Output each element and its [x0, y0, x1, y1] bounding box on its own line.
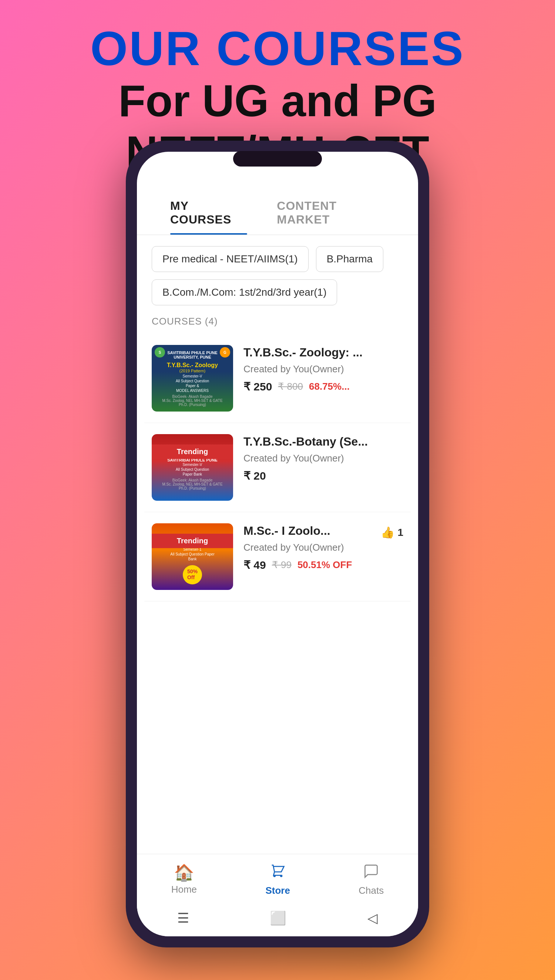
- course-pricing-2: ₹ 20: [244, 469, 403, 482]
- android-back-btn[interactable]: ◁: [367, 910, 378, 926]
- phone-screen: MY COURSES CONTENT MARKET Pre medical - …: [137, 152, 418, 936]
- price-original-3: ₹ 99: [272, 559, 292, 571]
- trending-banner-2: Trending: [152, 444, 233, 459]
- phone-frame: MY COURSES CONTENT MARKET Pre medical - …: [126, 141, 429, 948]
- course-item-3[interactable]: Trending 2024-25 Semeser-1All Subject Qu…: [144, 512, 411, 601]
- course-list: S G SAVITRIBAI PHULE PUNEUNIVERSITY, PUN…: [137, 334, 418, 854]
- course-pricing-3: ₹ 49 ₹ 99 50.51% OFF: [244, 558, 403, 571]
- nav-label-home: Home: [171, 884, 197, 895]
- course-pricing-1: ₹ 250 ₹ 800 68.75%...: [244, 380, 403, 393]
- course-title-3: M.Sc.- I Zoolo...: [244, 523, 330, 539]
- trending-banner-3: Trending: [152, 534, 233, 548]
- chip-bcom[interactable]: B.Com./M.Com: 1st/2nd/3rd year(1): [152, 279, 337, 305]
- course-creator-2: Created by You(Owner): [244, 452, 403, 464]
- chat-icon: [363, 863, 379, 882]
- course-info-1: T.Y.B.Sc.- Zoology: ... Created by You(O…: [244, 345, 403, 393]
- nav-item-chats[interactable]: Chats: [359, 863, 384, 897]
- screen-content: MY COURSES CONTENT MARKET Pre medical - …: [137, 152, 418, 936]
- store-icon: [270, 863, 286, 882]
- logo-left-1: S: [155, 347, 165, 358]
- logo-right-1: G: [220, 347, 230, 358]
- price-current-3: ₹ 49: [244, 558, 266, 571]
- price-original-1: ₹ 800: [278, 381, 303, 392]
- chip-pre-medical[interactable]: Pre medical - NEET/AIIMS(1): [152, 246, 309, 272]
- price-discount-1: 68.75%...: [309, 381, 350, 392]
- course-title-1: T.Y.B.Sc.- Zoology: ...: [244, 345, 403, 361]
- thumb-50off: 50%Off: [183, 565, 202, 584]
- nav-label-chats: Chats: [359, 885, 384, 897]
- chip-bpharma[interactable]: B.Pharma: [316, 246, 384, 272]
- thumb-bg-3: Trending 2024-25 Semeser-1All Subject Qu…: [152, 523, 233, 590]
- price-current-1: ₹ 250: [244, 380, 272, 393]
- home-icon: 🏠: [174, 865, 194, 881]
- course-thumb-2: Trending SAVITRIBAI PHULE PUNE Semester-…: [152, 434, 233, 501]
- filter-chips: Pre medical - NEET/AIIMS(1) B.Pharma B.C…: [137, 235, 418, 305]
- course-thumb-3: Trending 2024-25 Semeser-1All Subject Qu…: [152, 523, 233, 590]
- tab-my-courses[interactable]: MY COURSES: [156, 189, 262, 235]
- likes-count-3: 1: [397, 527, 403, 539]
- course-thumb-1: S G SAVITRIBAI PHULE PUNEUNIVERSITY, PUN…: [152, 345, 233, 412]
- thumb-up-icon: 👍: [381, 526, 395, 539]
- thumb-bg-2: Trending SAVITRIBAI PHULE PUNE Semester-…: [152, 434, 233, 501]
- course-item-1[interactable]: S G SAVITRIBAI PHULE PUNEUNIVERSITY, PUN…: [144, 334, 411, 423]
- android-nav: ☰ ⬜ ◁: [137, 903, 418, 936]
- price-discount-3: 50.51% OFF: [297, 559, 352, 571]
- thumb-title-1: T.Y.B.Sc.- Zoology: [164, 359, 221, 369]
- phone-notch: [233, 151, 322, 167]
- course-info-3: M.Sc.- I Zoolo... 👍 1 Created by You(Own…: [244, 523, 403, 571]
- likes-badge-3: 👍 1: [381, 526, 403, 539]
- course-info-2: T.Y.B.Sc.-Botany (Se... Created by You(O…: [244, 434, 403, 482]
- nav-item-store[interactable]: Store: [265, 863, 290, 897]
- tabs-bar: MY COURSES CONTENT MARKET: [137, 189, 418, 235]
- nav-item-home[interactable]: 🏠 Home: [171, 865, 197, 895]
- tab-content-market[interactable]: CONTENT MARKET: [262, 189, 399, 235]
- header-title: OUR COURSES: [15, 22, 540, 75]
- nav-label-store: Store: [265, 885, 290, 897]
- price-current-2: ₹ 20: [244, 469, 266, 482]
- course-creator-3: Created by You(Owner): [244, 542, 403, 553]
- course-creator-1: Created by You(Owner): [244, 363, 403, 375]
- course-item-2[interactable]: Trending SAVITRIBAI PHULE PUNE Semester-…: [144, 423, 411, 512]
- thumb-bg-1: S G SAVITRIBAI PHULE PUNEUNIVERSITY, PUN…: [152, 345, 233, 412]
- courses-label: COURSES (4): [137, 305, 418, 334]
- bottom-nav: 🏠 Home Store: [137, 854, 418, 903]
- phone-mockup: MY COURSES CONTENT MARKET Pre medical - …: [126, 141, 429, 948]
- course-title-2: T.Y.B.Sc.-Botany (Se...: [244, 434, 403, 450]
- android-menu-btn[interactable]: ☰: [177, 910, 189, 926]
- android-home-btn[interactable]: ⬜: [270, 910, 286, 926]
